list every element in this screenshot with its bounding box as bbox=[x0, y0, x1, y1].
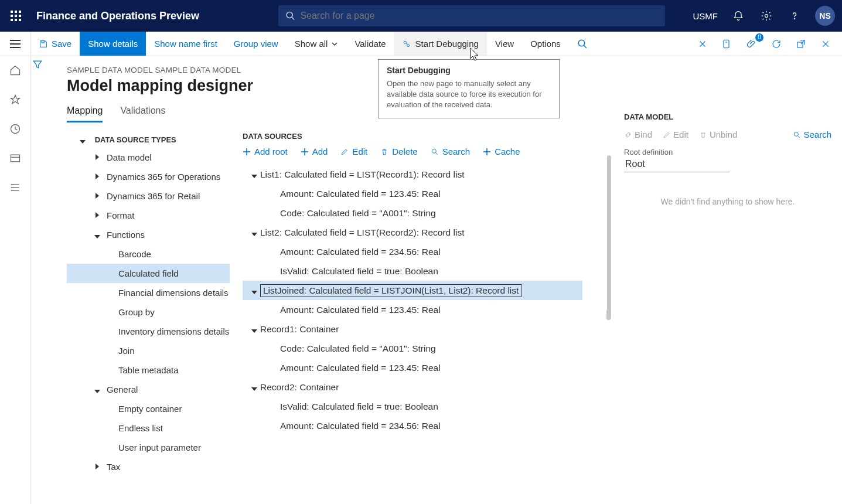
hamburger-icon[interactable] bbox=[0, 32, 30, 56]
workspaces-icon[interactable] bbox=[7, 150, 23, 166]
caret-down-icon[interactable] bbox=[91, 386, 103, 393]
notifications-icon[interactable] bbox=[731, 8, 746, 23]
ds-record1-code[interactable]: Code: Calculated field = "A001": String bbox=[243, 339, 582, 358]
ds-record1-amount[interactable]: Amount: Calculated field = 123.45: Real bbox=[243, 358, 582, 377]
dst-user-input-parameter[interactable]: User input parameter bbox=[67, 438, 230, 457]
dst-group-by[interactable]: Group by bbox=[67, 302, 230, 322]
add-root-button[interactable]: Add root bbox=[243, 147, 288, 156]
action-pane: Save Show details Show name first Group … bbox=[0, 32, 842, 56]
dst-tax[interactable]: Tax bbox=[67, 457, 230, 476]
group-view-label: Group view bbox=[234, 39, 278, 49]
ds-listjoined-amount[interactable]: Amount: Calculated field = 123.45: Real bbox=[243, 300, 582, 319]
home-icon[interactable] bbox=[7, 62, 23, 79]
start-debugging-button[interactable]: Start Debugging bbox=[394, 32, 486, 56]
edit-button[interactable]: Edit bbox=[340, 147, 367, 156]
dst-data-model[interactable]: Data model bbox=[67, 148, 230, 167]
caret-down-icon[interactable] bbox=[248, 229, 260, 236]
caret-down-icon[interactable] bbox=[248, 326, 260, 333]
help-icon[interactable] bbox=[787, 8, 802, 23]
favorites-icon[interactable] bbox=[7, 91, 23, 108]
dm-search-button[interactable]: Search bbox=[793, 130, 831, 139]
search-icon bbox=[577, 39, 588, 49]
plus-icon bbox=[483, 148, 491, 156]
plus-icon bbox=[301, 148, 309, 156]
dst-table-metadata[interactable]: Table metadata bbox=[67, 360, 230, 380]
view-label: View bbox=[495, 39, 514, 49]
dst-endless-list[interactable]: Endless list bbox=[67, 418, 230, 438]
options-menu[interactable]: Options bbox=[522, 32, 569, 56]
ds-record2-amount[interactable]: Amount: Calculated field = 234.56: Real bbox=[243, 416, 582, 435]
caret-right-icon[interactable] bbox=[91, 464, 103, 471]
global-search[interactable] bbox=[278, 5, 665, 26]
filter-icon[interactable] bbox=[32, 59, 49, 70]
ds-list2-amount[interactable]: Amount: Calculated field = 234.56: Real bbox=[243, 242, 582, 261]
ds-listjoined[interactable]: ListJoined: Calculated field = LISTJOIN(… bbox=[243, 281, 582, 300]
show-all-dropdown[interactable]: Show all bbox=[287, 32, 347, 56]
show-name-first-button[interactable]: Show name first bbox=[146, 32, 226, 56]
settings-icon[interactable] bbox=[759, 8, 774, 23]
save-label: Save bbox=[52, 39, 71, 49]
recent-icon[interactable] bbox=[7, 121, 23, 137]
validate-button[interactable]: Validate bbox=[346, 32, 394, 56]
caret-down-icon[interactable] bbox=[248, 171, 260, 178]
personalize-icon[interactable] bbox=[696, 37, 710, 51]
modules-icon[interactable] bbox=[7, 179, 23, 196]
delete-button[interactable]: Delete bbox=[380, 147, 417, 156]
dst-financial-dimensions[interactable]: Financial dimensions details bbox=[67, 283, 230, 302]
dst-d365retail[interactable]: Dynamics 365 for Retail bbox=[67, 186, 230, 206]
page-options-icon[interactable] bbox=[720, 37, 734, 51]
dst-barcode[interactable]: Barcode bbox=[67, 244, 230, 264]
refresh-icon[interactable] bbox=[769, 37, 783, 51]
svg-point-9 bbox=[287, 12, 292, 18]
caret-right-icon[interactable] bbox=[91, 212, 103, 219]
save-icon bbox=[39, 39, 48, 49]
show-details-button[interactable]: Show details bbox=[80, 32, 146, 56]
caret-down-icon[interactable] bbox=[248, 287, 260, 294]
save-button[interactable]: Save bbox=[30, 32, 80, 56]
dst-empty-container[interactable]: Empty container bbox=[67, 399, 230, 418]
ds-search-button[interactable]: Search bbox=[431, 147, 471, 156]
dst-d365fo[interactable]: Dynamics 365 for Operations bbox=[67, 167, 230, 186]
ds-list2-isvalid[interactable]: IsValid: Calculated field = true: Boolea… bbox=[243, 261, 582, 281]
group-view-button[interactable]: Group view bbox=[226, 32, 287, 56]
scrollbar[interactable] bbox=[607, 155, 611, 319]
dst-calculated-field[interactable]: Calculated field bbox=[67, 264, 230, 283]
ds-record2[interactable]: Record2: Container bbox=[243, 377, 582, 397]
svg-line-10 bbox=[292, 17, 294, 19]
validate-label: Validate bbox=[354, 39, 386, 49]
svg-rect-8 bbox=[19, 19, 21, 21]
tab-mapping[interactable]: Mapping bbox=[67, 105, 103, 122]
dst-inventory-dimensions[interactable]: Inventory dimensions details bbox=[67, 322, 230, 341]
caret-right-icon[interactable] bbox=[91, 154, 103, 161]
caret-right-icon[interactable] bbox=[91, 173, 103, 181]
ds-list1[interactable]: List1: Calculated field = LIST(Record1):… bbox=[243, 165, 582, 184]
ds-list1-amount[interactable]: Amount: Calculated field = 123.45: Real bbox=[243, 184, 582, 203]
ds-record1[interactable]: Record1: Container bbox=[243, 319, 582, 339]
caret-down-icon[interactable] bbox=[248, 384, 260, 391]
popout-icon[interactable] bbox=[794, 37, 808, 51]
user-avatar[interactable]: NS bbox=[815, 6, 835, 26]
global-search-input[interactable] bbox=[300, 11, 658, 21]
ds-record2-isvalid[interactable]: IsValid: Calculated field = true: Boolea… bbox=[243, 397, 582, 416]
attachments-icon[interactable]: 0 bbox=[745, 37, 759, 51]
dst-join[interactable]: Join bbox=[67, 341, 230, 360]
close-icon[interactable] bbox=[819, 37, 833, 51]
svg-line-19 bbox=[406, 43, 408, 45]
action-search-button[interactable] bbox=[569, 32, 596, 56]
splitter-handle[interactable] bbox=[606, 309, 611, 320]
dst-general[interactable]: General bbox=[67, 380, 230, 399]
ds-list2[interactable]: List2: Calculated field = LIST(Record2):… bbox=[243, 223, 582, 242]
add-button[interactable]: Add bbox=[301, 147, 328, 156]
app-launcher-icon[interactable] bbox=[7, 7, 25, 25]
caret-down-icon[interactable] bbox=[91, 231, 103, 239]
cache-button[interactable]: Cache bbox=[483, 147, 520, 156]
dst-format[interactable]: Format bbox=[67, 206, 230, 225]
company-picker[interactable]: USMF bbox=[693, 11, 718, 21]
ds-list1-code[interactable]: Code: Calculated field = "A001": String bbox=[243, 203, 582, 223]
caret-down-icon[interactable] bbox=[80, 135, 86, 144]
dst-functions[interactable]: Functions bbox=[67, 225, 230, 244]
root-definition-field[interactable]: Root bbox=[624, 156, 729, 172]
view-menu[interactable]: View bbox=[487, 32, 522, 56]
tab-validations[interactable]: Validations bbox=[120, 105, 165, 122]
caret-right-icon[interactable] bbox=[91, 193, 103, 200]
